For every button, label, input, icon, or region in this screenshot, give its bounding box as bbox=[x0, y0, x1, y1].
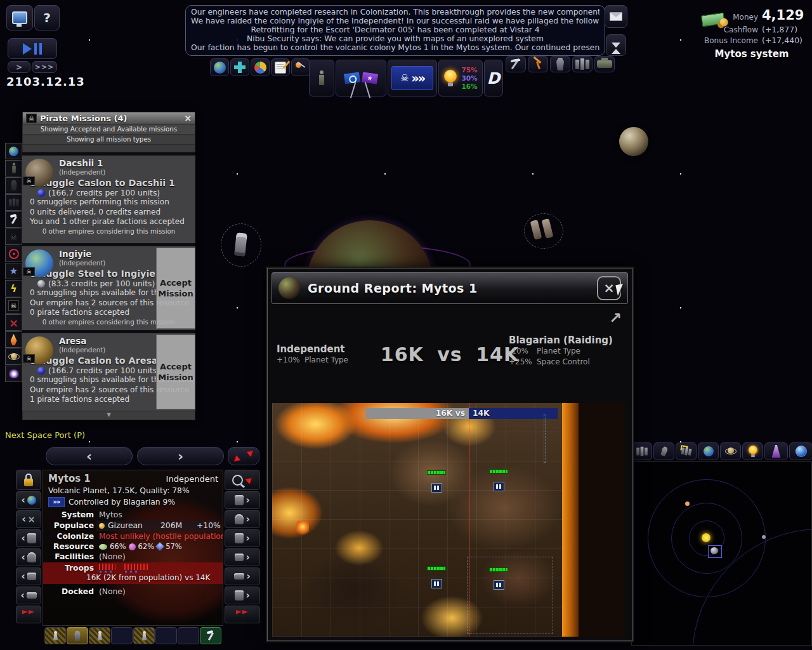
next-station-minimap-button[interactable] bbox=[676, 442, 697, 460]
sidebar-item-explore[interactable] bbox=[5, 366, 22, 382]
close-icon[interactable]: × bbox=[184, 113, 192, 123]
accept-mission-button[interactable]: Accept Mission bbox=[156, 248, 195, 329]
minimap-planet-inner[interactable] bbox=[685, 501, 690, 506]
garrison-slot-empty[interactable] bbox=[111, 627, 133, 644]
minimap-sun[interactable] bbox=[702, 533, 710, 542]
speed-fast-button[interactable]: >>> bbox=[32, 61, 57, 73]
ground-report-titlebar[interactable]: Ground Report: Mytos 1 × bbox=[272, 272, 628, 304]
mission-list-scroll-down[interactable]: ▼ bbox=[22, 411, 195, 420]
help-button[interactable]: ? bbox=[34, 5, 60, 30]
sidebar-item-troops[interactable] bbox=[5, 177, 22, 194]
next-colony-button[interactable]: › bbox=[225, 491, 260, 509]
encyclopedia-button[interactable]: D bbox=[484, 60, 503, 96]
prev-battle-button[interactable]: ‹× bbox=[16, 510, 41, 528]
burning-unit[interactable] bbox=[296, 521, 309, 535]
garrison-slot-infantry[interactable] bbox=[133, 627, 155, 644]
ship-selection-2[interactable] bbox=[524, 213, 563, 249]
mission-card-dacshii[interactable]: ☠ Dacshii 1 (Independent) Smuggle Caslon… bbox=[22, 156, 195, 243]
next-ship-minimap-button[interactable] bbox=[653, 442, 674, 460]
defending-unit[interactable] bbox=[494, 482, 504, 491]
prev-base-button[interactable]: ‹ bbox=[16, 587, 41, 604]
event-message-log[interactable]: Our engineers have completed research in… bbox=[185, 5, 605, 56]
garrison-slot-infantry[interactable] bbox=[44, 627, 66, 644]
next-battle-button[interactable]: › bbox=[225, 510, 260, 528]
galaxy-map-button[interactable] bbox=[210, 58, 229, 76]
ground-battle-map[interactable]: 16K vs 14K bbox=[272, 403, 625, 637]
event-message[interactable]: We have raided the colony Ingiyie of the… bbox=[191, 17, 599, 26]
diplomacy-button[interactable] bbox=[336, 60, 386, 96]
planet-top-right[interactable] bbox=[619, 127, 648, 156]
defending-unit[interactable] bbox=[431, 579, 442, 588]
next-troop-button[interactable]: › bbox=[225, 529, 260, 547]
construction-button[interactable] bbox=[528, 56, 548, 72]
prev-fleet-button[interactable]: ‹ bbox=[16, 567, 41, 585]
mission-card-ingiyie[interactable]: ☠ Ingiyie (Independent) Smuggle Steel to… bbox=[22, 246, 195, 330]
sidebar-item-espionage[interactable]: ☠ bbox=[5, 229, 22, 245]
garrison-slot-build[interactable] bbox=[200, 627, 221, 644]
mission-card-aresa[interactable]: ☠ Aresa (Independent) Smuggle Caslon to … bbox=[22, 333, 195, 411]
sidebar-item-rockets[interactable] bbox=[5, 331, 22, 348]
garrison-slot-empty[interactable] bbox=[155, 627, 177, 644]
event-history-button[interactable] bbox=[606, 34, 626, 56]
troop-button[interactable] bbox=[550, 56, 570, 72]
zoom-to-button[interactable] bbox=[225, 470, 260, 490]
next-button[interactable]: › bbox=[137, 447, 224, 465]
jump-to-button[interactable] bbox=[228, 447, 259, 465]
previous-button[interactable]: ‹ bbox=[46, 447, 133, 465]
mining-button[interactable] bbox=[506, 56, 526, 72]
event-message[interactable]: Nibu Security says: We can provide you w… bbox=[191, 35, 599, 44]
lock-selection-button[interactable] bbox=[16, 470, 41, 490]
vehicles-button[interactable] bbox=[594, 56, 615, 72]
next-fleet-button[interactable]: › bbox=[225, 567, 260, 585]
sidebar-item-favorites[interactable]: ★ bbox=[5, 263, 22, 279]
prev-troop-button[interactable]: ‹ bbox=[16, 529, 41, 547]
prev-ship-button[interactable]: ‹ bbox=[16, 548, 41, 566]
next-target-button[interactable] bbox=[225, 606, 260, 623]
event-message[interactable]: Retrofitting for the Escort 'Decimator 0… bbox=[191, 26, 599, 35]
mission-filter-accepted[interactable]: Showing Accepted and Available missions bbox=[22, 124, 195, 135]
sidebar-item-galaxy[interactable] bbox=[5, 143, 22, 159]
sidebar-item-characters[interactable] bbox=[5, 160, 22, 176]
minimap-selection-box[interactable] bbox=[708, 545, 722, 558]
defending-unit[interactable] bbox=[431, 483, 442, 493]
messages-button[interactable] bbox=[605, 5, 627, 28]
sidebar-item-war[interactable]: × bbox=[5, 314, 22, 331]
speed-normal-button[interactable]: > bbox=[8, 61, 30, 73]
system-minimap[interactable] bbox=[631, 461, 812, 646]
show-fleets-button[interactable] bbox=[631, 442, 652, 460]
characters-button[interactable] bbox=[309, 60, 334, 96]
galaxy-view-button[interactable] bbox=[789, 442, 812, 460]
system-value[interactable]: Mytos bbox=[99, 510, 122, 519]
show-research-button[interactable] bbox=[742, 442, 763, 460]
designs-button[interactable] bbox=[291, 58, 310, 76]
show-ringed-planets-button[interactable] bbox=[720, 442, 741, 460]
prev-target-button[interactable] bbox=[16, 606, 41, 623]
troop-group-button[interactable] bbox=[572, 56, 593, 72]
design-list-button[interactable] bbox=[271, 58, 290, 76]
next-ship-button[interactable]: › bbox=[225, 548, 260, 566]
garrison-slot-infantry[interactable] bbox=[89, 627, 110, 644]
sidebar-item-construction[interactable] bbox=[5, 211, 22, 228]
prev-colony-button[interactable]: ‹ bbox=[16, 491, 41, 509]
play-pause-button[interactable] bbox=[8, 38, 57, 59]
expand-view-button[interactable] bbox=[230, 58, 249, 76]
mission-filter-types[interactable]: Showing all mission types bbox=[22, 135, 195, 145]
accept-mission-button[interactable]: Accept Mission bbox=[156, 335, 195, 409]
empire-summary-button[interactable] bbox=[251, 58, 270, 76]
event-message[interactable]: Our engineers have completed research in… bbox=[191, 8, 599, 17]
sidebar-item-ships[interactable] bbox=[5, 194, 22, 211]
sidebar-item-pirate-missions[interactable]: ☠ bbox=[5, 297, 22, 314]
garrison-slot-mech[interactable] bbox=[67, 627, 88, 644]
event-message[interactable]: Our faction has begun to control the vol… bbox=[191, 44, 599, 53]
show-nebula-button[interactable] bbox=[764, 442, 788, 460]
sidebar-item-attack-target[interactable] bbox=[5, 246, 22, 262]
sidebar-item-planets[interactable] bbox=[5, 348, 22, 365]
expand-button[interactable]: ↗ bbox=[609, 309, 622, 327]
research-button[interactable]: 75% 30% 16% bbox=[438, 60, 483, 96]
sidebar-item-energy[interactable]: ϟ bbox=[5, 280, 22, 296]
show-planets-button[interactable] bbox=[698, 442, 719, 460]
minimap-planet-outer[interactable] bbox=[762, 535, 766, 539]
garrison-slot-empty[interactable] bbox=[178, 627, 199, 644]
pirate-relations-button[interactable]: ☠ »» bbox=[388, 60, 437, 96]
next-base-button[interactable]: › bbox=[225, 587, 260, 604]
